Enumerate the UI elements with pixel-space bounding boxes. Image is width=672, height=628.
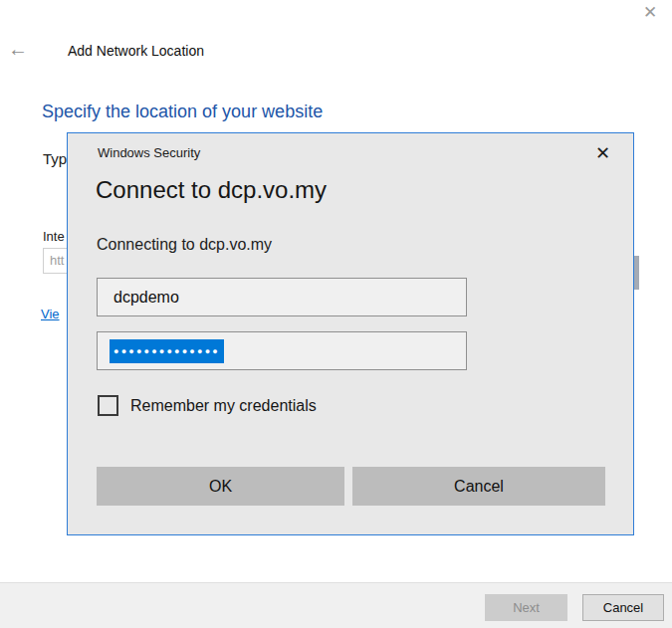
- dialog-close-icon[interactable]: ✕: [595, 142, 610, 164]
- windows-security-dialog: Windows Security ✕ Connect to dcp.vo.my …: [67, 132, 634, 535]
- dialog-heading: Connect to dcp.vo.my: [96, 176, 327, 204]
- remember-credentials-label[interactable]: Remember my credentials: [130, 397, 317, 415]
- password-input[interactable]: ●●●●●●●●●●●●●●: [97, 331, 467, 370]
- dialog-message: Connecting to dcp.vo.my: [97, 236, 272, 254]
- dialog-title: Windows Security: [98, 145, 200, 160]
- add-network-location-window: ✕ ← Add Network Location Specify the loc…: [0, 0, 672, 628]
- back-arrow-icon[interactable]: ←: [8, 38, 28, 61]
- wizard-title: Add Network Location: [68, 43, 204, 59]
- dialog-cancel-button[interactable]: Cancel: [352, 467, 605, 506]
- wizard-address-label-partial: Inte: [43, 229, 65, 244]
- password-masked-selection: ●●●●●●●●●●●●●●: [110, 339, 224, 363]
- view-examples-link-partial[interactable]: Vie: [41, 307, 60, 321]
- next-button[interactable]: Next: [485, 594, 567, 621]
- username-input[interactable]: dcpdemo: [97, 278, 467, 316]
- scrollbar-thumb[interactable]: [634, 256, 639, 290]
- wizard-footer: Next Cancel: [0, 582, 672, 628]
- wizard-step-heading: Specify the location of your website: [42, 102, 323, 122]
- ok-button[interactable]: OK: [97, 467, 344, 506]
- remember-credentials-checkbox[interactable]: [98, 395, 118, 416]
- wizard-cancel-button[interactable]: Cancel: [582, 594, 664, 621]
- window-close-icon[interactable]: ✕: [643, 2, 657, 23]
- wizard-type-label-partial: Typ: [43, 150, 67, 167]
